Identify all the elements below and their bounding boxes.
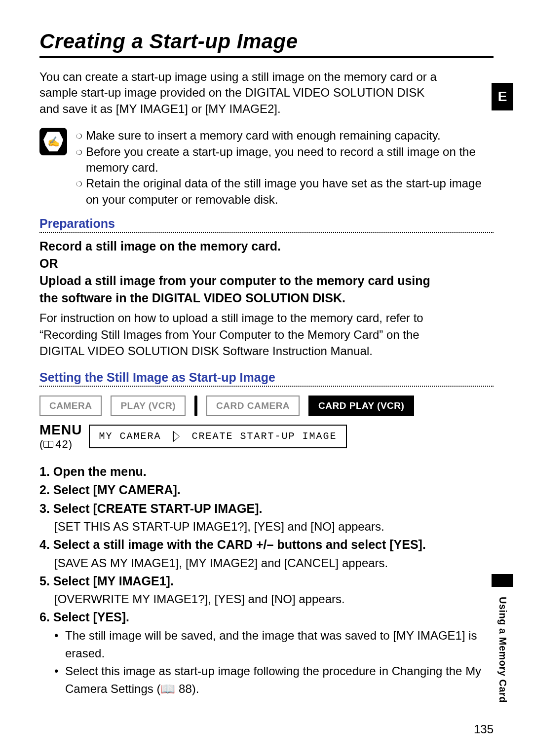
menu-word: MENU xyxy=(39,422,82,438)
section-accent xyxy=(492,574,513,587)
step-6-sub-1: The still image will be saved, and the i… xyxy=(54,627,494,662)
step-3: 3. Select [CREATE START-UP IMAGE]. xyxy=(39,500,494,518)
prep-line-2: Upload a still image from your computer … xyxy=(39,272,444,307)
mode-card-camera: CARD CAMERA xyxy=(206,396,300,416)
prep-detail: For instruction on how to upload a still… xyxy=(39,310,454,360)
side-section-label: Using a Memory Card xyxy=(497,597,508,703)
preparations-heading: Preparations xyxy=(39,216,494,233)
steps-list: 1. Open the menu. 2. Select [MY CAMERA].… xyxy=(39,463,494,698)
step-6-sub-2: Select this image as start-up image foll… xyxy=(54,662,494,698)
step-1: 1. Open the menu. xyxy=(39,463,494,481)
step-5: 5. Select [MY IMAGE1]. xyxy=(39,572,494,591)
note-2: Before you create a start-up image, you … xyxy=(86,144,494,176)
note-1: Make sure to insert a memory card with e… xyxy=(86,128,441,144)
note-3: Retain the original data of the still im… xyxy=(86,176,494,208)
menu-arrow-icon xyxy=(173,431,180,442)
intro-paragraph: You can create a start-up image using a … xyxy=(39,69,444,117)
menu-path-row: MENU (42) MY CAMERA CREATE START-UP IMAG… xyxy=(39,422,494,451)
menu-label: MENU (42) xyxy=(39,422,82,451)
step-3-detail: [SET THIS AS START-UP IMAGE1?], [YES] an… xyxy=(54,518,494,536)
mode-selector: CAMERA PLAY (VCR) CARD CAMERA CARD PLAY … xyxy=(39,396,494,416)
mode-play-vcr: PLAY (VCR) xyxy=(111,396,186,416)
step-5-detail: [OVERWRITE MY IMAGE1?], [YES] and [NO] a… xyxy=(54,590,494,608)
book-icon xyxy=(43,441,53,448)
manual-page: E Creating a Start-up Image You can crea… xyxy=(0,0,533,756)
prep-or: OR xyxy=(39,255,494,272)
page-title: Creating a Start-up Image xyxy=(39,30,494,58)
mode-camera: CAMERA xyxy=(39,396,102,416)
setting-heading: Setting the Still Image as Start-up Imag… xyxy=(39,370,494,387)
section-tab: E xyxy=(492,83,513,110)
step-4-detail: [SAVE AS MY IMAGE1], [MY IMAGE2] and [CA… xyxy=(54,554,494,572)
mode-card-play-vcr-active: CARD PLAY (VCR) xyxy=(308,396,414,416)
prep-line-1: Record a still image on the memory card. xyxy=(39,238,494,255)
mode-divider xyxy=(194,396,197,416)
step-6: 6. Select [YES]. xyxy=(39,608,494,627)
note-block: ✍ Make sure to insert a memory card with… xyxy=(39,128,494,208)
step-4: 4. Select a still image with the CARD +/… xyxy=(39,536,494,554)
step-2: 2. Select [MY CAMERA]. xyxy=(39,481,494,500)
page-number: 135 xyxy=(474,722,494,736)
menu-path: MY CAMERA CREATE START-UP IMAGE xyxy=(89,425,346,448)
note-hand-icon: ✍ xyxy=(39,128,67,155)
menu-path-a: MY CAMERA xyxy=(99,431,161,442)
menu-path-b: CREATE START-UP IMAGE xyxy=(191,431,337,442)
menu-ref-page: 42 xyxy=(55,438,68,450)
